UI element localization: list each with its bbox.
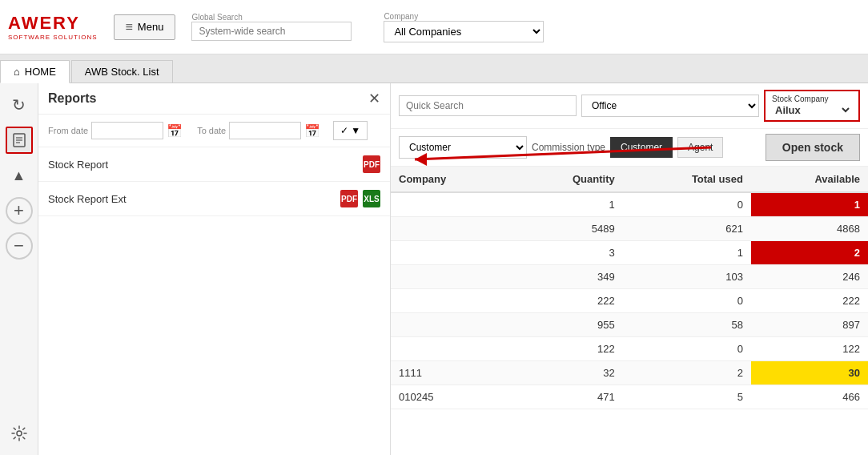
upload-icon-btn[interactable]: ▲ bbox=[6, 162, 33, 189]
cell-quantity: 122 bbox=[512, 337, 623, 361]
col-quantity: Quantity bbox=[512, 167, 623, 192]
table-row: 0102454715466 bbox=[391, 385, 868, 409]
commission-agent-button[interactable]: Agent bbox=[677, 137, 723, 158]
xls-icon-stock-ext[interactable]: XLS bbox=[363, 190, 380, 207]
cell-quantity: 955 bbox=[512, 313, 623, 337]
table-row: 312 bbox=[391, 241, 868, 265]
report-item-stock[interactable]: Stock Report PDF bbox=[38, 147, 390, 182]
cell-available: 897 bbox=[751, 313, 868, 337]
filter-button[interactable]: ✓ ▼ bbox=[333, 121, 368, 140]
global-search-label: Global Search bbox=[191, 13, 352, 22]
header: AWERY SOFTWARE SOLUTIONS ≡ Menu Global S… bbox=[0, 0, 868, 54]
cell-quantity: 349 bbox=[512, 265, 623, 289]
open-stock-button[interactable]: Open stock bbox=[766, 134, 860, 161]
cell-company bbox=[391, 265, 512, 289]
pdf-icon-stock-ext[interactable]: PDF bbox=[340, 190, 358, 207]
table-row: 54896214868 bbox=[391, 217, 868, 241]
table-row: 95558897 bbox=[391, 313, 868, 337]
logo-sub: SOFTWARE SOLUTIONS bbox=[8, 34, 98, 41]
report-icon-btn[interactable] bbox=[6, 127, 33, 154]
table-row: 101 bbox=[391, 192, 868, 217]
cell-total-used: 621 bbox=[623, 217, 751, 241]
reports-header: Reports ✕ bbox=[38, 83, 390, 115]
tab-home[interactable]: ⌂ HOME bbox=[0, 60, 70, 83]
filter-icon: ✓ bbox=[340, 125, 348, 136]
customer-select[interactable]: Customer bbox=[399, 136, 527, 159]
report-item-stock-icons: PDF bbox=[363, 155, 380, 173]
filters-row2: Customer Commission type Customer Agent … bbox=[391, 129, 868, 167]
tab-awb[interactable]: AWB Stock. List bbox=[71, 60, 173, 83]
menu-icon: ≡ bbox=[126, 20, 133, 34]
global-search-input[interactable] bbox=[191, 22, 352, 41]
commission-customer-button[interactable]: Customer bbox=[610, 137, 673, 158]
from-date-field: From date 📅 bbox=[48, 122, 183, 139]
cell-available: 30 bbox=[751, 361, 868, 385]
data-table: Company Quantity Total used Available 10… bbox=[391, 167, 868, 455]
cell-available: 466 bbox=[751, 385, 868, 409]
quick-search-input[interactable] bbox=[399, 95, 577, 116]
office-select[interactable]: Office bbox=[581, 95, 759, 117]
cell-available: 246 bbox=[751, 265, 868, 289]
cell-total-used: 1 bbox=[623, 241, 751, 265]
cell-total-used: 58 bbox=[623, 313, 751, 337]
menu-label: Menu bbox=[138, 21, 164, 33]
logo-text: AWERY bbox=[8, 13, 98, 34]
col-available: Available bbox=[751, 167, 868, 192]
stock-company-select[interactable]: Ailux bbox=[772, 103, 852, 117]
cell-company bbox=[391, 289, 512, 313]
cell-available: 1 bbox=[751, 192, 868, 217]
to-date-input[interactable] bbox=[229, 122, 301, 139]
pdf-icon-stock[interactable]: PDF bbox=[363, 155, 380, 173]
cell-company bbox=[391, 217, 512, 241]
report-item-stock-ext-icons: PDF XLS bbox=[340, 190, 380, 207]
commission-type-label: Commission type bbox=[532, 142, 605, 153]
cell-company bbox=[391, 337, 512, 361]
cell-total-used: 0 bbox=[623, 192, 751, 217]
col-total-used: Total used bbox=[623, 167, 751, 192]
remove-icon-btn[interactable]: − bbox=[6, 232, 33, 260]
refresh-icon-btn[interactable]: ↻ bbox=[6, 91, 33, 119]
stock-company-box: Stock Company Ailux bbox=[764, 90, 860, 122]
to-date-field: To date 📅 bbox=[197, 122, 320, 139]
company-label: Company bbox=[384, 12, 544, 21]
cell-available: 122 bbox=[751, 337, 868, 361]
add-icon-btn[interactable]: + bbox=[6, 197, 33, 224]
cell-total-used: 2 bbox=[623, 361, 751, 385]
cell-quantity: 222 bbox=[512, 289, 623, 313]
cell-quantity: 1 bbox=[512, 192, 623, 217]
from-date-input[interactable] bbox=[91, 122, 163, 139]
col-company: Company bbox=[391, 167, 512, 192]
cell-company bbox=[391, 241, 512, 265]
report-item-stock-ext[interactable]: Stock Report Ext PDF XLS bbox=[38, 182, 390, 216]
cell-total-used: 5 bbox=[623, 385, 751, 409]
cell-quantity: 3 bbox=[512, 241, 623, 265]
report-item-stock-name: Stock Report bbox=[48, 159, 108, 171]
content-with-arrow: Office Stock Company Ailux Customer Comm… bbox=[391, 83, 868, 455]
to-date-calendar-icon[interactable]: 📅 bbox=[304, 123, 320, 139]
home-icon: ⌂ bbox=[14, 66, 20, 78]
cell-company bbox=[391, 313, 512, 337]
settings-icon-btn[interactable] bbox=[6, 420, 33, 447]
table-body: 1015489621486831234910324622202229555889… bbox=[391, 192, 868, 409]
table-row: 111132230 bbox=[391, 361, 868, 385]
company-select[interactable]: All Companies bbox=[384, 21, 544, 42]
cell-total-used: 103 bbox=[623, 265, 751, 289]
filter-chevron-icon: ▼ bbox=[351, 125, 360, 136]
to-date-label: To date bbox=[197, 126, 226, 135]
global-search-area: Global Search bbox=[191, 13, 352, 41]
stock-table: Company Quantity Total used Available 10… bbox=[391, 167, 868, 409]
filters-row1: Office Stock Company Ailux bbox=[391, 83, 868, 129]
settings-icon bbox=[11, 425, 27, 441]
cell-quantity: 32 bbox=[512, 361, 623, 385]
reports-date-row: From date 📅 To date 📅 ✓ ▼ bbox=[38, 115, 390, 147]
logo-area: AWERY SOFTWARE SOLUTIONS bbox=[8, 13, 98, 41]
cell-available: 2 bbox=[751, 241, 868, 265]
from-date-calendar-icon[interactable]: 📅 bbox=[167, 123, 183, 139]
tab-home-label: HOME bbox=[25, 66, 56, 78]
report-icon bbox=[12, 133, 26, 147]
cell-total-used: 0 bbox=[623, 289, 751, 313]
menu-button[interactable]: ≡ Menu bbox=[114, 14, 176, 40]
cell-company bbox=[391, 192, 512, 217]
close-button[interactable]: ✕ bbox=[368, 90, 380, 107]
cell-quantity: 471 bbox=[512, 385, 623, 409]
